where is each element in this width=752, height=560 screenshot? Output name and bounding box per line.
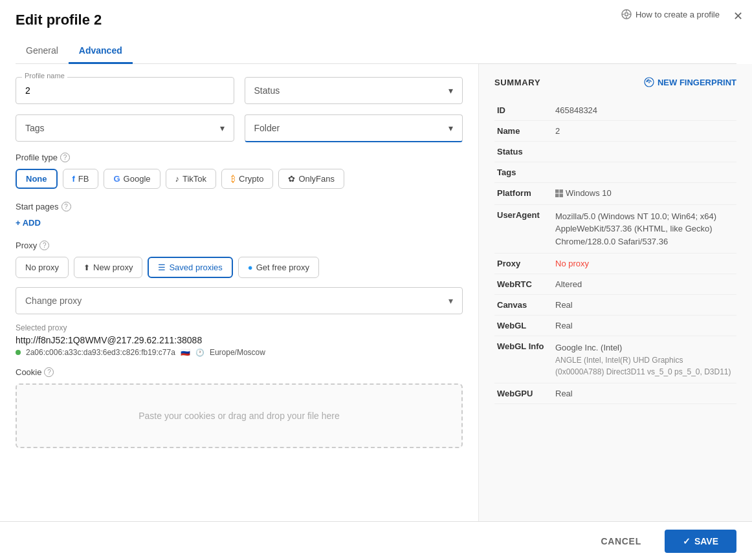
no-proxy-button[interactable]: No proxy xyxy=(16,257,69,278)
profile-type-tiktok[interactable]: ♪ TikTok xyxy=(166,169,217,189)
summary-row-webgpu: WebGPU Real xyxy=(494,383,736,404)
summary-row-tags: Tags xyxy=(494,162,736,183)
profile-type-section: Profile type ? xyxy=(16,153,463,162)
checkmark-icon: ✓ xyxy=(683,536,691,546)
fingerprint-icon xyxy=(644,77,654,87)
summary-table: ID 465848324 Name 2 Status Tags xyxy=(494,100,736,404)
summary-val-webgl: Real xyxy=(553,316,736,336)
summary-row-proxy: Proxy No proxy xyxy=(494,253,736,274)
summary-key-tags: Tags xyxy=(494,162,553,183)
summary-key-canvas: Canvas xyxy=(494,295,553,316)
summary-title: SUMMARY xyxy=(494,78,540,87)
selected-proxy-label: Selected proxy xyxy=(16,323,463,332)
profile-type-google[interactable]: G Google xyxy=(104,169,160,189)
proxy-status-dot xyxy=(16,350,21,355)
summary-key-name: Name xyxy=(494,121,553,142)
summary-row-id: ID 465848324 xyxy=(494,100,736,121)
save-button[interactable]: ✓ SAVE xyxy=(665,530,736,553)
summary-key-webgl: WebGL xyxy=(494,316,553,336)
tags-chevron-icon: ▾ xyxy=(220,123,225,133)
summary-val-useragent: Mozilla/5.0 (Windows NT 10.0; Win64; x64… xyxy=(553,204,736,253)
summary-val-webgpu: Real xyxy=(553,383,736,404)
fb-icon: f xyxy=(72,174,75,184)
summary-row-webgl-info: WebGL Info Google Inc. (Intel) ANGLE (In… xyxy=(494,336,736,383)
new-fingerprint-button[interactable]: NEW FINGERPRINT xyxy=(644,77,736,87)
saved-proxies-button[interactable]: ☰ Saved proxies xyxy=(148,257,232,278)
how-to-button[interactable]: How to create a profile xyxy=(621,9,720,19)
profile-name-input[interactable]: 2 xyxy=(16,77,234,104)
summary-row-name: Name 2 xyxy=(494,121,736,142)
proxy-options: No proxy ⬆ New proxy ☰ Saved proxies ● G… xyxy=(16,257,463,278)
profile-type-crypto[interactable]: ₿ Crypto xyxy=(221,169,273,189)
summary-key-useragent: UserAgent xyxy=(494,204,553,253)
svg-point-1 xyxy=(625,13,628,16)
summary-val-id: 465848324 xyxy=(553,100,736,121)
summary-val-webgl-info: Google Inc. (Intel) ANGLE (Intel, Intel(… xyxy=(553,336,736,383)
profile-type-help-icon[interactable]: ? xyxy=(60,153,70,162)
tiktok-icon: ♪ xyxy=(175,174,180,184)
change-proxy-placeholder: Change proxy xyxy=(25,296,82,306)
close-button[interactable]: ✕ xyxy=(733,9,743,23)
summary-key-platform: Platform xyxy=(494,183,553,205)
proxy-section: Proxy ? xyxy=(16,241,463,250)
status-chevron-icon: ▾ xyxy=(448,85,453,96)
summary-key-webrtc: WebRTC xyxy=(494,274,553,295)
change-proxy-select[interactable]: Change proxy ▾ xyxy=(16,287,463,314)
folder-select[interactable]: Folder ▾ xyxy=(245,114,463,142)
svg-rect-7 xyxy=(560,189,564,193)
summary-val-proxy: No proxy xyxy=(553,253,736,274)
google-icon: G xyxy=(113,174,120,184)
save-label: SAVE xyxy=(694,536,718,546)
tab-general[interactable]: General xyxy=(16,39,69,64)
summary-key-id: ID xyxy=(494,100,553,121)
summary-row-platform: Platform Windows 10 xyxy=(494,183,736,205)
new-fingerprint-label: NEW FINGERPRINT xyxy=(658,78,736,87)
profile-type-none[interactable]: None xyxy=(16,169,58,189)
change-proxy-chevron-icon: ▾ xyxy=(448,296,453,306)
selected-proxy-url: http://f8nJ52:1Q8WMV@217.29.62.211:38088 xyxy=(16,335,463,345)
start-pages-help-icon[interactable]: ? xyxy=(61,202,71,211)
summary-val-platform: Windows 10 xyxy=(553,183,736,205)
folder-chevron-icon: ▾ xyxy=(448,123,453,133)
windows-icon xyxy=(555,189,563,197)
proxy-help-icon[interactable]: ? xyxy=(39,241,49,250)
summary-val-name: 2 xyxy=(553,121,736,142)
folder-placeholder: Folder xyxy=(254,123,280,133)
clock-icon: 🕐 xyxy=(195,349,205,357)
profile-type-buttons: None f FB G Google ♪ TikTok ₿ Crypto ✿ O… xyxy=(16,169,463,189)
status-placeholder: Status xyxy=(254,85,280,96)
summary-val-tags xyxy=(553,162,736,183)
profile-type-onlyfans[interactable]: ✿ OnlyFans xyxy=(278,169,344,189)
proxy-ip: 2a06:c006:a33c:da93:6ed3:c826:fb19:c77a xyxy=(26,348,175,357)
summary-row-status: Status xyxy=(494,142,736,162)
summary-row-canvas: Canvas Real xyxy=(494,295,736,316)
cookie-placeholder: Paste your cookies or drag and drop your… xyxy=(138,411,340,421)
proxy-timezone: Europe/Moscow xyxy=(210,348,265,357)
crypto-icon: ₿ xyxy=(231,174,236,184)
proxy-meta: 2a06:c006:a33c:da93:6ed3:c826:fb19:c77a … xyxy=(16,348,463,357)
tab-advanced[interactable]: Advanced xyxy=(69,39,133,64)
free-proxy-icon: ● xyxy=(248,263,253,272)
summary-key-webgl-info: WebGL Info xyxy=(494,336,553,383)
summary-row-webrtc: WebRTC Altered xyxy=(494,274,736,295)
start-pages-section: Start pages ? xyxy=(16,202,463,211)
summary-key-proxy: Proxy xyxy=(494,253,553,274)
profile-name-label: Profile name xyxy=(22,72,67,80)
tags-placeholder: Tags xyxy=(25,123,45,133)
cancel-button[interactable]: CANCEL xyxy=(585,530,657,553)
add-start-page-button[interactable]: + ADD xyxy=(16,218,463,228)
svg-rect-9 xyxy=(560,193,564,197)
cookie-drop-zone[interactable]: Paste your cookies or drag and drop your… xyxy=(16,383,463,448)
status-select[interactable]: Status ▾ xyxy=(245,77,463,104)
summary-key-status: Status xyxy=(494,142,553,162)
how-to-label: How to create a profile xyxy=(636,10,720,19)
new-proxy-button[interactable]: ⬆ New proxy xyxy=(74,257,142,278)
tags-select[interactable]: Tags ▾ xyxy=(16,114,234,142)
get-free-proxy-button[interactable]: ● Get free proxy xyxy=(238,257,319,278)
cookie-help-icon[interactable]: ? xyxy=(44,367,54,377)
summary-val-status xyxy=(553,142,736,162)
summary-val-canvas: Real xyxy=(553,295,736,316)
profile-type-fb[interactable]: f FB xyxy=(63,169,99,189)
saved-proxies-icon: ☰ xyxy=(158,263,166,272)
svg-rect-6 xyxy=(555,189,559,193)
